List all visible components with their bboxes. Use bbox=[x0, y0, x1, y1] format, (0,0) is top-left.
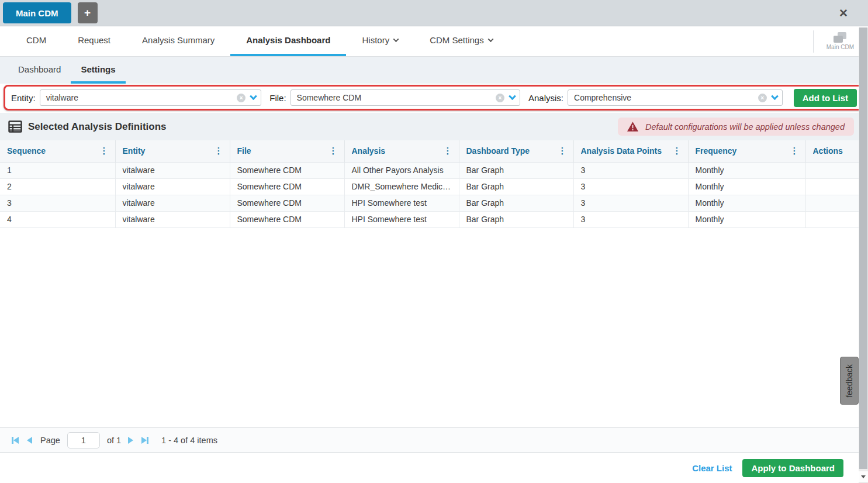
table-row[interactable]: 2vitalwareSomewhere CDMDMR_Somewhere Med… bbox=[0, 178, 859, 195]
page-number-input[interactable] bbox=[67, 432, 100, 448]
warning-text: Default configurations will be applied u… bbox=[645, 122, 845, 132]
tab-cdm-settings-label: CDM Settings bbox=[430, 35, 484, 45]
table-cell: vitalware bbox=[115, 211, 230, 227]
table-cell: Bar Graph bbox=[459, 195, 573, 211]
vertical-divider bbox=[813, 30, 814, 53]
column-menu-icon[interactable]: ⋮ bbox=[556, 146, 569, 156]
tab-cdm[interactable]: CDM bbox=[11, 26, 62, 56]
table-row[interactable]: 4vitalwareSomewhere CDMHPI Somewhere tes… bbox=[0, 211, 859, 227]
tab-analysis-summary-label: Analysis Summary bbox=[142, 35, 215, 45]
previous-page-button[interactable] bbox=[27, 437, 32, 444]
table-cell: Somewhere CDM bbox=[230, 162, 344, 178]
tab-analysis-summary[interactable]: Analysis Summary bbox=[126, 26, 230, 56]
clear-icon[interactable]: × bbox=[496, 94, 504, 102]
column-header-frequency: Frequency⋮ bbox=[688, 140, 805, 162]
clear-icon[interactable]: × bbox=[758, 94, 767, 102]
table-cell: Monthly bbox=[688, 162, 805, 178]
table-cell: 3 bbox=[573, 178, 688, 195]
main-cdm-window-tab[interactable]: Main CDM bbox=[3, 2, 71, 23]
column-menu-icon[interactable]: ⋮ bbox=[213, 146, 225, 156]
last-page-button[interactable] bbox=[141, 437, 148, 444]
tab-request-label: Request bbox=[78, 35, 110, 45]
footer-action-bar: Clear List Apply to Dashboard bbox=[0, 453, 859, 483]
tab-request[interactable]: Request bbox=[62, 26, 126, 56]
clear-icon[interactable]: × bbox=[237, 94, 245, 102]
table-row[interactable]: 3vitalwareSomewhere CDMHPI Somewhere tes… bbox=[0, 195, 859, 211]
table-cell: vitalware bbox=[115, 195, 230, 211]
file-combobox[interactable]: Somewhere CDM × bbox=[291, 89, 520, 106]
table-row[interactable]: 1vitalwareSomewhere CDMAll Other Payors … bbox=[0, 162, 859, 178]
column-label: Entity bbox=[123, 146, 213, 156]
apply-to-dashboard-button[interactable]: Apply to Dashboard bbox=[742, 459, 843, 477]
close-icon[interactable]: ✕ bbox=[839, 6, 848, 20]
column-label: File bbox=[237, 146, 327, 156]
column-menu-icon[interactable]: ⋮ bbox=[671, 146, 683, 156]
app-window: Main CDM + ✕ CDM Request Analysis Summar… bbox=[0, 0, 868, 483]
column-menu-icon[interactable]: ⋮ bbox=[442, 146, 454, 156]
table-cell: vitalware bbox=[115, 162, 230, 178]
table-cell bbox=[805, 211, 859, 227]
subtab-dashboard[interactable]: Dashboard bbox=[8, 57, 71, 84]
column-label: Frequency bbox=[696, 146, 789, 156]
next-page-button[interactable] bbox=[128, 437, 133, 444]
entity-label: Entity: bbox=[11, 93, 36, 103]
column-label: Sequence bbox=[7, 146, 98, 156]
first-page-button[interactable] bbox=[12, 437, 19, 444]
column-menu-icon[interactable]: ⋮ bbox=[789, 146, 801, 156]
clear-list-link[interactable]: Clear List bbox=[692, 463, 732, 473]
table-cell: Monthly bbox=[688, 211, 805, 227]
tab-cdm-settings[interactable]: CDM Settings bbox=[414, 26, 509, 56]
stacked-pages-icon bbox=[834, 32, 846, 43]
column-label: Analysis Data Points bbox=[581, 146, 671, 156]
tab-analysis-dashboard[interactable]: Analysis Dashboard bbox=[230, 26, 346, 56]
table-cell: 3 bbox=[0, 195, 115, 211]
table-cell: 4 bbox=[0, 211, 115, 227]
column-label: Actions bbox=[813, 146, 855, 156]
column-header-entity: Entity⋮ bbox=[115, 140, 230, 162]
table-cell: Bar Graph bbox=[459, 162, 573, 178]
section-title: Selected Analysis Definitions bbox=[28, 121, 167, 133]
feedback-tab[interactable]: feedback bbox=[840, 357, 859, 405]
table-cell: 3 bbox=[573, 195, 688, 211]
analysis-combobox[interactable]: Comprehensive × bbox=[568, 89, 783, 106]
page-label: Page bbox=[40, 436, 60, 445]
column-header-file: File⋮ bbox=[230, 140, 344, 162]
chevron-down-icon[interactable] bbox=[250, 92, 257, 100]
entity-combobox[interactable]: vitalware × bbox=[40, 89, 262, 106]
column-menu-icon[interactable]: ⋮ bbox=[327, 146, 340, 156]
table-cell: 3 bbox=[573, 211, 688, 227]
chevron-down-icon[interactable] bbox=[509, 92, 516, 100]
add-tab-button[interactable]: + bbox=[78, 2, 98, 23]
column-header-analysis: Analysis⋮ bbox=[344, 140, 459, 162]
main-cdm-shortcut[interactable]: Main CDM bbox=[826, 32, 854, 50]
tab-history[interactable]: History bbox=[346, 26, 414, 56]
vertical-scrollbar[interactable] bbox=[859, 27, 868, 483]
table-cell: Bar Graph bbox=[459, 178, 573, 195]
column-header-dashboard-type: Dashboard Type⋮ bbox=[459, 140, 573, 162]
column-menu-icon[interactable]: ⋮ bbox=[98, 146, 110, 156]
subtab-dashboard-label: Dashboard bbox=[18, 64, 61, 74]
scrollbar-thumb[interactable] bbox=[859, 27, 867, 469]
table-cell: HPI Somewhere test bbox=[344, 211, 459, 227]
chevron-down-icon[interactable] bbox=[771, 92, 779, 100]
table-cell: 1 bbox=[0, 162, 115, 178]
main-tab-strip: CDM Request Analysis Summary Analysis Da… bbox=[0, 26, 868, 57]
table-cell: vitalware bbox=[115, 178, 230, 195]
chevron-down-icon bbox=[487, 36, 493, 42]
scrollbar-down-button[interactable] bbox=[859, 471, 868, 482]
warning-triangle-icon bbox=[627, 122, 638, 132]
table-cell: Monthly bbox=[688, 195, 805, 211]
table-cell: All Other Payors Analysis bbox=[344, 162, 459, 178]
table-cell: HPI Somewhere test bbox=[344, 195, 459, 211]
analysis-label: Analysis: bbox=[528, 93, 563, 103]
plus-icon: + bbox=[84, 6, 91, 19]
column-label: Dashboard Type bbox=[466, 146, 556, 156]
filter-bar: Entity: vitalware × File: Somewhere CDM … bbox=[0, 84, 868, 113]
feedback-tab-label: feedback bbox=[845, 364, 854, 398]
add-to-list-button[interactable]: Add to List bbox=[794, 89, 857, 107]
column-header-analysis-data-points: Analysis Data Points⋮ bbox=[573, 140, 688, 162]
table-cell bbox=[805, 178, 859, 195]
analysis-value: Comprehensive bbox=[574, 93, 758, 102]
subtab-settings[interactable]: Settings bbox=[71, 57, 125, 84]
column-header-sequence: Sequence⋮ bbox=[0, 140, 115, 162]
